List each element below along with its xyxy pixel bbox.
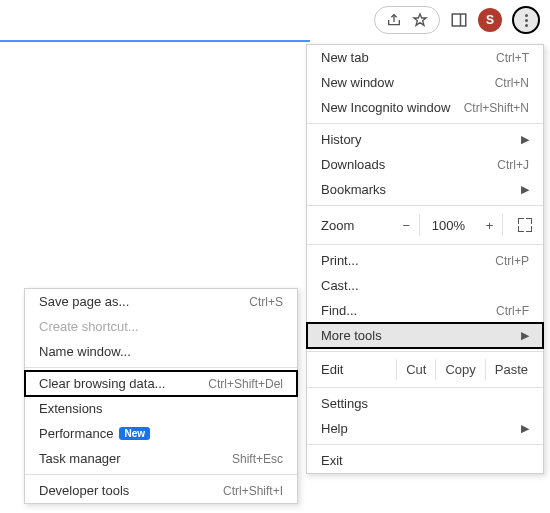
menu-label: Help xyxy=(321,421,513,436)
new-badge: New xyxy=(119,427,150,440)
menu-item-find[interactable]: Find... Ctrl+F xyxy=(307,298,543,323)
perf-text: Performance xyxy=(39,426,113,441)
submenu-arrow-icon: ▶ xyxy=(521,133,529,146)
menu-shortcut: Ctrl+Shift+N xyxy=(464,101,529,115)
submenu-item-developer-tools[interactable]: Developer tools Ctrl+Shift+I xyxy=(25,478,297,503)
menu-item-downloads[interactable]: Downloads Ctrl+J xyxy=(307,152,543,177)
zoom-label: Zoom xyxy=(321,218,388,233)
more-tools-submenu: Save page as... Ctrl+S Create shortcut..… xyxy=(24,288,298,504)
submenu-item-clear-browsing-data[interactable]: Clear browsing data... Ctrl+Shift+Del xyxy=(24,370,298,397)
submenu-label: Extensions xyxy=(39,401,283,416)
main-menu-button[interactable] xyxy=(512,6,540,34)
submenu-item-extensions[interactable]: Extensions xyxy=(25,396,297,421)
loading-bar xyxy=(0,40,310,42)
cut-button[interactable]: Cut xyxy=(396,359,435,380)
bookmark-star-icon[interactable] xyxy=(411,11,429,29)
separator xyxy=(307,444,543,445)
menu-item-cast[interactable]: Cast... xyxy=(307,273,543,298)
submenu-label: Clear browsing data... xyxy=(39,376,208,391)
zoom-in-button[interactable]: + xyxy=(477,214,503,236)
menu-item-new-tab[interactable]: New tab Ctrl+T xyxy=(307,45,543,70)
address-bar-controls xyxy=(374,6,440,34)
menu-label: Cast... xyxy=(321,278,529,293)
edit-label: Edit xyxy=(321,362,396,377)
menu-item-bookmarks[interactable]: Bookmarks ▶ xyxy=(307,177,543,202)
fullscreen-icon[interactable] xyxy=(517,217,533,233)
zoom-percent: 100% xyxy=(426,218,471,233)
menu-label: Settings xyxy=(321,396,529,411)
submenu-label: Performance New xyxy=(39,426,283,441)
menu-shortcut: Ctrl+T xyxy=(496,51,529,65)
menu-item-settings[interactable]: Settings xyxy=(307,391,543,416)
menu-item-zoom: Zoom − 100% + xyxy=(307,209,543,241)
submenu-label: Task manager xyxy=(39,451,232,466)
menu-item-print[interactable]: Print... Ctrl+P xyxy=(307,248,543,273)
separator xyxy=(307,205,543,206)
svg-marker-0 xyxy=(414,14,426,25)
svg-rect-1 xyxy=(452,14,466,26)
submenu-shortcut: Ctrl+Shift+Del xyxy=(208,377,283,391)
menu-item-edit: Edit Cut Copy Paste xyxy=(307,355,543,384)
separator xyxy=(307,123,543,124)
submenu-item-create-shortcut: Create shortcut... xyxy=(25,314,297,339)
avatar-initial: S xyxy=(486,13,494,27)
separator xyxy=(307,244,543,245)
menu-item-new-window[interactable]: New window Ctrl+N xyxy=(307,70,543,95)
separator xyxy=(25,367,297,368)
submenu-item-performance[interactable]: Performance New xyxy=(25,421,297,446)
menu-item-history[interactable]: History ▶ xyxy=(307,127,543,152)
zoom-out-button[interactable]: − xyxy=(394,214,420,236)
menu-label: New window xyxy=(321,75,487,90)
share-icon[interactable] xyxy=(385,11,403,29)
menu-shortcut: Ctrl+J xyxy=(497,158,529,172)
submenu-label: Developer tools xyxy=(39,483,223,498)
side-panel-icon[interactable] xyxy=(450,11,468,29)
browser-toolbar: S xyxy=(374,6,540,34)
submenu-label: Name window... xyxy=(39,344,283,359)
menu-item-new-incognito[interactable]: New Incognito window Ctrl+Shift+N xyxy=(307,95,543,120)
menu-label: New tab xyxy=(321,50,488,65)
separator xyxy=(307,387,543,388)
submenu-item-save-page[interactable]: Save page as... Ctrl+S xyxy=(25,289,297,314)
menu-item-more-tools[interactable]: More tools ▶ xyxy=(306,322,544,349)
submenu-label: Create shortcut... xyxy=(39,319,283,334)
paste-button[interactable]: Paste xyxy=(485,359,537,380)
menu-label: Find... xyxy=(321,303,488,318)
menu-shortcut: Ctrl+P xyxy=(495,254,529,268)
submenu-item-task-manager[interactable]: Task manager Shift+Esc xyxy=(25,446,297,471)
menu-item-help[interactable]: Help ▶ xyxy=(307,416,543,441)
submenu-label: Save page as... xyxy=(39,294,249,309)
kebab-icon xyxy=(525,14,528,27)
menu-label: Exit xyxy=(321,453,529,468)
submenu-item-name-window[interactable]: Name window... xyxy=(25,339,297,364)
profile-avatar[interactable]: S xyxy=(478,8,502,32)
menu-label: Downloads xyxy=(321,157,489,172)
submenu-arrow-icon: ▶ xyxy=(521,183,529,196)
menu-shortcut: Ctrl+N xyxy=(495,76,529,90)
menu-label: Print... xyxy=(321,253,487,268)
menu-shortcut: Ctrl+F xyxy=(496,304,529,318)
submenu-shortcut: Ctrl+Shift+I xyxy=(223,484,283,498)
main-menu: New tab Ctrl+T New window Ctrl+N New Inc… xyxy=(306,44,544,474)
copy-button[interactable]: Copy xyxy=(435,359,484,380)
submenu-arrow-icon: ▶ xyxy=(521,329,529,342)
submenu-shortcut: Ctrl+S xyxy=(249,295,283,309)
separator xyxy=(25,474,297,475)
menu-label: History xyxy=(321,132,513,147)
menu-label: Bookmarks xyxy=(321,182,513,197)
menu-label: New Incognito window xyxy=(321,100,456,115)
submenu-shortcut: Shift+Esc xyxy=(232,452,283,466)
separator xyxy=(307,351,543,352)
menu-item-exit[interactable]: Exit xyxy=(307,448,543,473)
submenu-arrow-icon: ▶ xyxy=(521,422,529,435)
menu-label: More tools xyxy=(321,328,513,343)
